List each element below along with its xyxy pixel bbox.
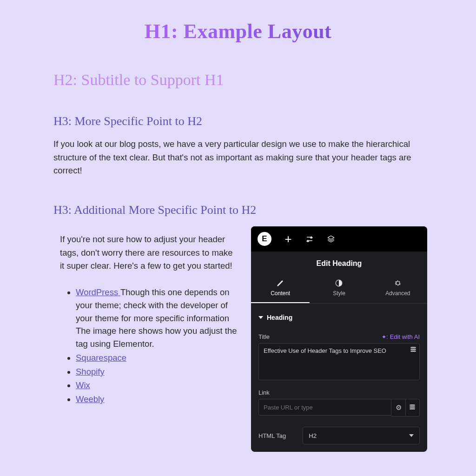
contrast-icon: [335, 279, 343, 287]
list-item: Wix: [76, 379, 239, 392]
gear-icon: ⚙: [396, 403, 402, 412]
panel-tabs: Content Style Advanced: [251, 274, 427, 304]
page-h2: H2: Subtitle to Support H1: [53, 71, 427, 89]
gear-icon: [394, 279, 402, 287]
link-wix[interactable]: Wix: [76, 380, 90, 390]
link-options-button[interactable]: ⚙: [391, 399, 405, 416]
chevron-down-icon: [409, 434, 414, 437]
field-label-title: Title: [258, 333, 270, 340]
link-dynamic-button[interactable]: [406, 399, 420, 416]
add-icon[interactable]: +: [284, 234, 293, 244]
tab-advanced[interactable]: Advanced: [369, 274, 427, 303]
dynamic-tags-icon: [410, 404, 415, 411]
elementor-logo-icon[interactable]: E: [258, 232, 271, 246]
link-input[interactable]: [258, 399, 391, 416]
list-item: WordPress Though this one depends on you…: [76, 286, 239, 350]
list-item: Squarespace: [76, 351, 239, 364]
tab-label: Content: [271, 290, 290, 297]
chevron-down-icon: [258, 316, 263, 319]
link-wordpress[interactable]: WordPress: [76, 287, 120, 297]
list-item: Weebly: [76, 393, 239, 406]
pencil-icon: [276, 279, 284, 287]
elementor-panel: E + Edit Heading Content: [251, 226, 427, 452]
svg-point-1: [307, 240, 309, 241]
link-weebly[interactable]: Weebly: [76, 394, 104, 404]
paragraph-2: If you're not sure how to adjust your he…: [60, 233, 239, 273]
sparkle-icon: ✦:: [382, 334, 388, 340]
page-h3-2: H3: Additional More Specific Point to H2: [53, 203, 427, 217]
tab-style[interactable]: Style: [310, 274, 368, 303]
edit-with-ai-button[interactable]: ✦: Edit with AI: [382, 333, 420, 340]
svg-point-0: [311, 237, 312, 238]
tab-label: Advanced: [385, 290, 410, 297]
section-heading-toggle[interactable]: Heading: [258, 314, 420, 321]
htmltag-value: H2: [309, 432, 317, 439]
edit-with-ai-label: Edit with AI: [390, 333, 420, 340]
link-squarespace[interactable]: Squarespace: [76, 353, 126, 363]
tab-content[interactable]: Content: [251, 274, 310, 303]
dynamic-tags-icon[interactable]: [410, 347, 416, 355]
resource-list: WordPress Though this one depends on you…: [68, 286, 239, 406]
field-label-link: Link: [258, 389, 270, 396]
list-item: Shopify: [76, 365, 239, 378]
page-h3-1: H3: More Specific Point to H2: [53, 114, 427, 128]
tab-label: Style: [333, 290, 345, 297]
page-h1: H1: Example Layout: [0, 20, 476, 43]
layers-icon[interactable]: [326, 234, 336, 244]
settings-sliders-icon[interactable]: [305, 234, 314, 244]
link-shopify[interactable]: Shopify: [76, 367, 105, 377]
section-label: Heading: [267, 314, 292, 321]
panel-title: Edit Heading: [251, 251, 427, 274]
htmltag-select[interactable]: H2: [303, 427, 420, 444]
list-item-text: The image here shows how you adjust the …: [76, 326, 237, 349]
title-textarea[interactable]: [258, 343, 420, 380]
panel-toolbar: E +: [251, 226, 427, 251]
paragraph-1: If you look at our blog posts, we have a…: [53, 138, 427, 178]
field-label-htmltag: HTML Tag: [258, 432, 286, 439]
